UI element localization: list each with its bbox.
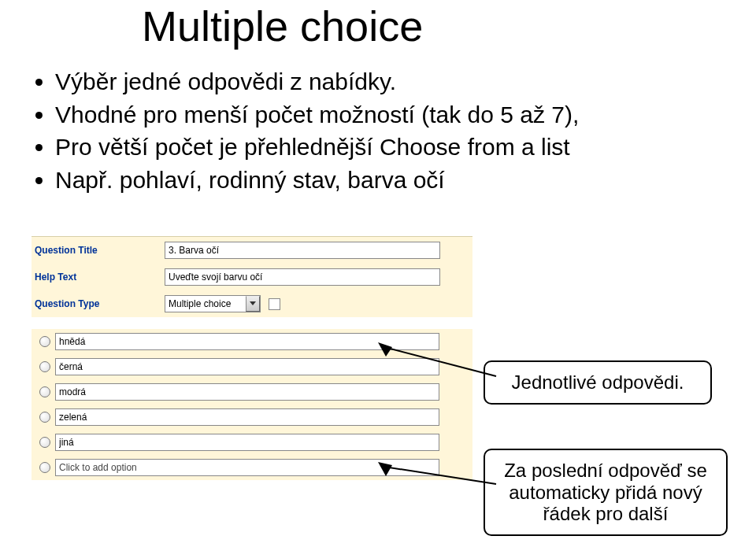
question-type-label: Question Type [35, 298, 165, 309]
option-row [32, 430, 472, 455]
chevron-down-icon [250, 301, 256, 306]
question-title-label: Question Title [35, 245, 165, 256]
dropdown-button[interactable] [246, 296, 260, 312]
question-type-value: Multiple choice [165, 298, 246, 309]
callout-text: Jednotlivé odpovědi. [512, 371, 684, 393]
option-input[interactable] [55, 408, 439, 426]
callout-text: Za poslední odpověď se automaticky přidá… [504, 460, 707, 524]
radio-icon[interactable] [39, 361, 50, 372]
option-input[interactable] [55, 383, 439, 401]
option-checkbox-wrap [269, 298, 280, 310]
bullet-item: Výběr jedné odpovědi z nabídky. [55, 67, 579, 97]
checkbox[interactable] [269, 298, 280, 310]
options-list [32, 329, 472, 480]
bullet-item: Vhodné pro menší počet možností (tak do … [55, 100, 579, 130]
svg-marker-0 [250, 301, 256, 305]
option-row [32, 379, 472, 405]
option-input-placeholder[interactable] [55, 459, 439, 476]
option-row [32, 405, 472, 430]
radio-icon[interactable] [39, 386, 50, 397]
radio-icon[interactable] [39, 412, 50, 423]
callout-auto-add: Za poslední odpověď se automaticky přidá… [484, 449, 728, 536]
option-row-placeholder [32, 455, 472, 480]
question-type-select[interactable]: Multiple choice [165, 295, 261, 312]
option-input[interactable] [55, 358, 439, 375]
bullet-item: Např. pohlaví, rodinný stav, barva očí [55, 165, 579, 195]
bullet-item: Pro větší počet je přehlednější Choose f… [55, 132, 579, 162]
callout-answers: Jednotlivé odpovědi. [484, 360, 712, 405]
option-input[interactable] [55, 434, 439, 451]
radio-icon[interactable] [39, 462, 50, 473]
question-editor-panel: Question Title Help Text Question Type M… [32, 236, 472, 317]
bullet-list: Výběr jedné odpovědi z nabídky. Vhodné p… [32, 67, 579, 198]
help-text-input[interactable] [165, 268, 440, 286]
help-text-label: Help Text [35, 272, 165, 283]
question-title-input[interactable] [165, 242, 440, 259]
option-row [32, 329, 472, 354]
radio-icon[interactable] [39, 336, 50, 347]
radio-icon[interactable] [39, 437, 50, 448]
page-title: Multiple choice [142, 2, 423, 50]
option-row [32, 354, 472, 379]
option-input[interactable] [55, 333, 439, 350]
